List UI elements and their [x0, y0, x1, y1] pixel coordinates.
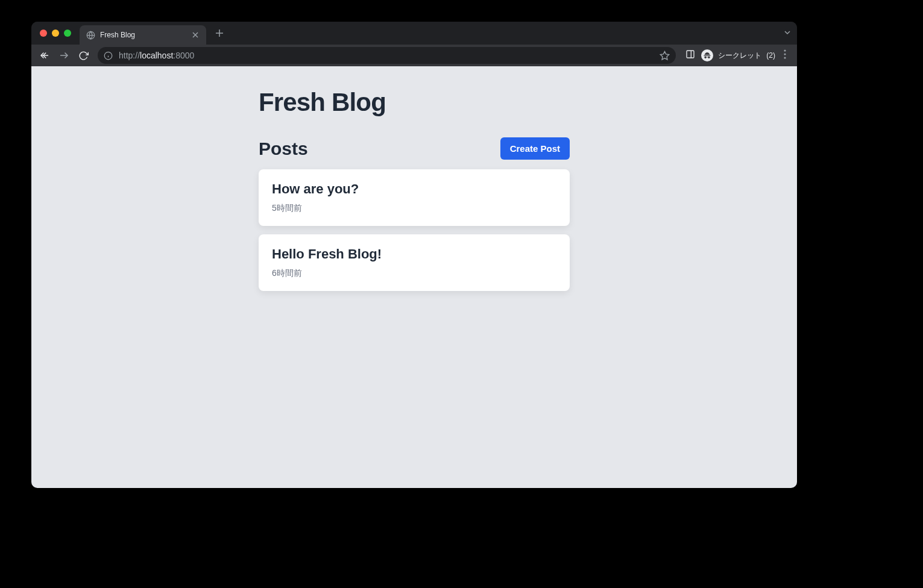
page-viewport: Fresh Blog Posts Create Post How are you…: [31, 66, 797, 488]
forward-button[interactable]: [55, 47, 72, 64]
browser-tab[interactable]: Fresh Blog: [80, 25, 206, 45]
page-title: Fresh Blog: [259, 88, 570, 117]
tabs-dropdown-button[interactable]: [784, 28, 791, 39]
create-post-button[interactable]: Create Post: [500, 137, 570, 160]
back-button[interactable]: [36, 47, 53, 64]
posts-heading: Posts: [259, 139, 308, 159]
close-tab-button[interactable]: [191, 30, 200, 40]
incognito-label: シークレット: [718, 51, 761, 61]
window-controls: [40, 30, 71, 37]
svg-point-16: [784, 53, 786, 55]
url-scheme: http://: [119, 51, 140, 60]
post-timestamp: 6時間前: [272, 268, 556, 279]
close-window-button[interactable]: [40, 30, 47, 37]
page-content: Fresh Blog Posts Create Post How are you…: [259, 66, 570, 321]
new-tab-button[interactable]: [211, 25, 228, 42]
post-title: Hello Fresh Blog!: [272, 246, 556, 262]
post-card[interactable]: How are you? 5時間前: [259, 169, 570, 226]
url-host: localhost: [140, 51, 173, 60]
svg-point-15: [784, 49, 786, 51]
url-port: :8000: [173, 51, 194, 60]
minimize-window-button[interactable]: [52, 30, 59, 37]
bookmark-star-icon[interactable]: [660, 51, 670, 61]
svg-marker-12: [661, 51, 669, 59]
posts-header: Posts Create Post: [259, 137, 570, 160]
address-bar[interactable]: http://localhost:8000: [98, 47, 676, 64]
toolbar-right: シークレット (2): [682, 49, 792, 61]
panel-icon[interactable]: [685, 49, 695, 61]
post-title: How are you?: [272, 181, 556, 197]
incognito-icon: [701, 49, 713, 61]
browser-window: Fresh Blog http://localhost:: [31, 22, 797, 488]
post-timestamp: 5時間前: [272, 203, 556, 214]
incognito-count: (2): [766, 51, 775, 60]
svg-rect-13: [687, 51, 694, 58]
reload-button[interactable]: [75, 47, 92, 64]
globe-icon: [86, 30, 95, 40]
site-info-icon[interactable]: [104, 51, 113, 60]
url-text: http://localhost:8000: [119, 51, 654, 60]
tab-title: Fresh Blog: [100, 31, 186, 39]
tab-bar: Fresh Blog: [31, 22, 797, 45]
incognito-badge[interactable]: シークレット (2): [701, 49, 775, 61]
post-card[interactable]: Hello Fresh Blog! 6時間前: [259, 234, 570, 291]
maximize-window-button[interactable]: [64, 30, 71, 37]
browser-menu-button[interactable]: [781, 49, 789, 61]
svg-point-17: [784, 57, 786, 58]
browser-toolbar: http://localhost:8000 シークレット (2): [31, 45, 797, 66]
